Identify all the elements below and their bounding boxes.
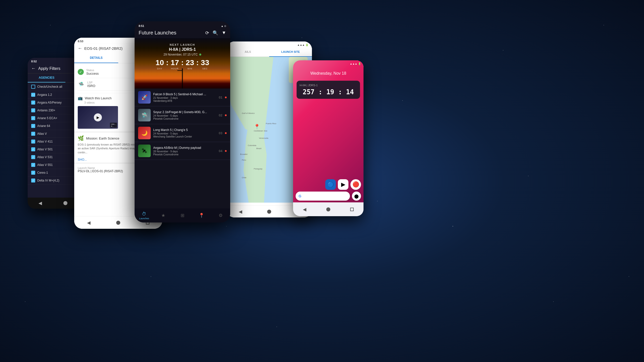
eos-nav-home[interactable] xyxy=(116,221,120,225)
nav-grid[interactable]: ⊞ xyxy=(173,213,192,218)
isro-logo: 🛸 xyxy=(78,81,85,88)
hero-section: NEXT LAUNCH H-IIA | JDRS-1 29 November, … xyxy=(135,38,230,88)
launch-location-2: Plesetsk Cosmodrome xyxy=(153,117,216,120)
google-search-bar[interactable]: G xyxy=(296,192,350,201)
app-icon-play[interactable]: ▶ xyxy=(338,179,348,190)
launch-name-4: Angara A5/Briz-M | Dummy payload xyxy=(153,146,216,150)
cd-sep2 xyxy=(181,67,184,70)
checkbox-all[interactable] xyxy=(31,85,35,89)
map-nav-back[interactable]: ◀ xyxy=(239,209,242,214)
map-status-bar: ▲▲▲ 🔋 xyxy=(226,41,312,47)
map-tab-bar: AILS LAUNCH SITE xyxy=(226,47,312,57)
countdown-labels: DAY HOUR MIN SEC xyxy=(154,67,211,70)
history-icon[interactable]: ⟳ xyxy=(205,30,209,36)
filters-back-button[interactable]: ← xyxy=(31,66,36,71)
launch-location-1: Vandenberg AFB xyxy=(153,100,216,102)
country-gulf-mexico: Gulf of Mexico xyxy=(242,112,255,114)
launch-date: 29 November, 07:15 UTC xyxy=(164,53,198,56)
map-status-icons: ▲▲▲ 🔋 xyxy=(297,43,308,46)
country-venezuela: Venezuela xyxy=(259,137,268,139)
launch-info-4: Angara A5/Briz-M | Dummy payload 28 Nove… xyxy=(153,146,216,156)
lsp-value: ISRO xyxy=(87,84,95,88)
eos-back-button[interactable]: ← xyxy=(78,46,82,51)
phone-widget: ▲▲▲ 🔋 Wednesday, Nov 18 H-IIA | JDRS-1 2… xyxy=(293,60,364,216)
countdown-display: 10 : 17 : 23 : 33 xyxy=(154,58,211,67)
countdown-days: 10 xyxy=(154,58,166,67)
launch-date-1: 21 November · 3 days xyxy=(153,97,216,99)
eos-nav-back[interactable]: ◀ xyxy=(87,220,91,225)
widget-status-icons: ▲▲▲ 🔋 xyxy=(350,62,361,65)
eos-title: EOS-01 (RISAT-2BR2) xyxy=(84,46,123,51)
tab-launch-site[interactable]: LAUNCH SITE xyxy=(269,47,312,57)
launch-item-3[interactable]: 🌙 Long March 5 | Chang'e 5 24 November ·… xyxy=(135,124,230,142)
tab-agencies[interactable]: AGENCIES xyxy=(28,73,65,82)
nav-launches[interactable]: ⏱ Launches xyxy=(135,211,154,220)
launch-item-2[interactable]: 🛸 Soyuz 2.1b/Fregat-M | Gonets-M30, G...… xyxy=(135,106,230,124)
nav-back-icon[interactable]: ◀ xyxy=(38,200,42,206)
widget-bottom-nav: ◀ xyxy=(293,202,364,216)
cd-label-min: MIN xyxy=(184,67,196,70)
settings-nav-icon: ⚙ xyxy=(219,213,223,218)
filter-label-ariane64: Ariane 64 xyxy=(37,124,50,128)
main-header: Future Launches ⟳ 🔍 ▼ xyxy=(135,28,230,38)
status-success-icon: ✓ xyxy=(78,69,84,75)
map-pin: 📍 xyxy=(254,124,260,130)
launches-nav-label: Launches xyxy=(139,217,149,220)
status-value: Success xyxy=(86,72,99,75)
nav-favorites[interactable]: ★ xyxy=(154,213,173,218)
launch-num-2: 02 xyxy=(219,113,222,117)
main-status-bar: 8:51 ▲ ⊙ xyxy=(135,23,230,28)
filter-label-atlasv531: Atlas V 531 xyxy=(37,155,53,159)
google-logo: G xyxy=(299,194,301,198)
play-button-icon[interactable]: ▶ xyxy=(94,113,102,121)
countdown-seconds: 33 xyxy=(199,58,211,67)
app-icon-blue[interactable]: 🔵 xyxy=(325,179,336,190)
video-thumbnail[interactable]: ▶ Lau...P... xyxy=(78,106,118,129)
cd-sep3 xyxy=(196,67,199,70)
map-nav-icon: 📍 xyxy=(199,213,204,218)
launch-date-4: 28 November · 9 days xyxy=(153,150,216,153)
google-assistant-button[interactable]: ⬤ xyxy=(352,192,361,201)
app-icon-chrome[interactable]: 🔴 xyxy=(350,179,361,190)
widget-status-bar: ▲▲▲ 🔋 xyxy=(293,60,364,66)
filters-title: Apply Filters xyxy=(38,66,60,71)
country-brazil: Brazil xyxy=(256,147,261,150)
widget-nav-recent[interactable] xyxy=(350,208,354,211)
launch-info-1: Falcon 9 Block 5 | Sentinel-6 Michael ..… xyxy=(153,93,216,102)
filter-label-ariane5: Ariane 5 ECA+ xyxy=(37,116,57,120)
nav-home-icon[interactable] xyxy=(63,201,67,205)
widget-date: Wednesday, Nov 18 xyxy=(293,71,364,76)
filter-icon[interactable]: ▼ xyxy=(222,30,226,36)
nav-settings[interactable]: ⚙ xyxy=(211,213,230,218)
country-paraguay: Paraguay xyxy=(254,168,262,170)
launch-item-4[interactable]: 🛰 Angara A5/Briz-M | Dummy payload 28 No… xyxy=(135,142,230,160)
thumbnail-label: Lau...P... xyxy=(110,123,117,128)
filter-label-ceres1: Ceres-1 xyxy=(37,171,48,174)
launch-status-dot-3 xyxy=(225,132,227,134)
tab-details-map[interactable]: AILS xyxy=(226,47,269,56)
countdown-hours: 17 xyxy=(169,58,181,67)
filter-label-atlasv: Atlas V xyxy=(37,132,47,135)
phone-main: 8:51 ▲ ⊙ Future Launches ⟳ 🔍 ▼ NEXT LAUN… xyxy=(135,21,230,222)
checkbox-angara12[interactable]: ✓ xyxy=(31,93,35,97)
nav-map[interactable]: 📍 xyxy=(192,213,211,218)
tab-details[interactable]: DETAILS xyxy=(74,53,118,63)
search-icon[interactable]: 🔍 xyxy=(213,30,218,36)
cd-sep1 xyxy=(166,67,169,70)
launch-structure-arm xyxy=(177,70,182,71)
launch-info-2: Soyuz 2.1b/Fregat-M | Gonets-M30, G... 2… xyxy=(153,110,216,120)
cd-label-sec: SEC xyxy=(199,67,211,70)
hero-content: NEXT LAUNCH H-IIA | JDRS-1 29 November, … xyxy=(135,38,230,70)
countdown-sep2: : xyxy=(181,58,184,67)
countdown-sep1: : xyxy=(166,58,169,67)
map-nav-home[interactable] xyxy=(267,210,271,214)
widget-nav-home[interactable] xyxy=(326,207,330,211)
launch-item-1[interactable]: 🚀 Falcon 9 Block 5 | Sentinel-6 Michael … xyxy=(135,88,230,106)
launch-silhouette xyxy=(182,68,183,88)
tv-icon: 📺 xyxy=(78,96,83,101)
launch-status-dot-1 xyxy=(225,97,227,98)
widget-nav-back[interactable]: ◀ xyxy=(303,207,306,212)
eos-time: 8:53 xyxy=(78,40,83,43)
launch-name-3: Long March 5 | Chang'e 5 xyxy=(153,128,216,132)
launch-thumb-4: 🛰 xyxy=(138,145,151,157)
